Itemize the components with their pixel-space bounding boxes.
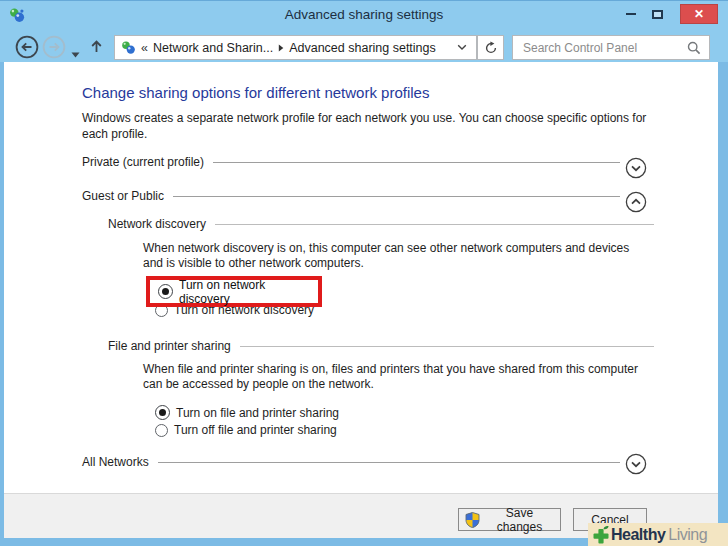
section-all-networks[interactable]: All Networks [82,452,620,472]
file-printer-description: When file and printer sharing is on, fil… [143,362,643,392]
save-changes-button[interactable]: Save changes [458,508,561,531]
titlebar: Advanced sharing settings ✕ [0,0,728,28]
radio-turn-on-network-discovery[interactable] [158,284,173,299]
subsection-network-discovery: Network discovery [108,214,654,234]
window-controls: ✕ [617,3,718,25]
section-private[interactable]: Private (current profile) [82,152,620,172]
main-content: Change sharing options for different net… [4,62,718,493]
divider [158,462,620,463]
search-box[interactable] [512,35,710,60]
divider [213,162,620,163]
close-button[interactable]: ✕ [680,4,718,24]
section-guest-public-label: Guest or Public [82,189,164,203]
watermark-bold-text: Healthy [611,526,665,544]
radio-turn-on-file-printer-label[interactable]: Turn on file and printer sharing [176,406,339,420]
divider [240,346,654,347]
breadcrumb-overflow[interactable]: « [141,41,148,55]
arrow-left-circle-icon [15,35,39,59]
radio-turn-off-file-printer[interactable] [155,424,168,437]
up-button[interactable] [89,39,105,55]
back-button[interactable] [15,35,39,59]
breadcrumb-separator-icon [278,44,284,52]
search-icon[interactable] [687,41,701,55]
chevron-down-icon [71,52,80,58]
highlight-annotation-box: Turn on network discovery [146,276,322,307]
radio-row-turn-off-file-printer[interactable]: Turn off file and printer sharing [155,423,337,437]
radio-turn-off-file-printer-label[interactable]: Turn off file and printer sharing [174,423,337,437]
address-bar[interactable]: « Network and Sharin... Advanced sharing… [114,35,477,60]
section-guest-public[interactable]: Guest or Public [82,186,620,206]
network-discovery-title: Network discovery [108,217,206,231]
minimize-button[interactable] [617,4,644,24]
search-input[interactable] [521,40,687,56]
chevron-down-icon [457,44,467,51]
network-discovery-description: When network discovery is on, this compu… [143,241,639,271]
forward-button[interactable] [42,35,66,59]
divider [215,224,654,225]
watermark-light-text: Living [668,526,707,544]
divider [173,196,620,197]
maximize-icon [652,10,663,19]
breadcrumb-icon [121,40,136,55]
close-icon: ✕ [694,7,704,21]
subsection-file-printer-sharing: File and printer sharing [108,336,654,356]
section-private-label: Private (current profile) [82,155,204,169]
breadcrumb-parent[interactable]: Network and Sharin... [153,41,273,55]
minimize-icon [626,13,636,15]
radio-row-turn-on-file-printer[interactable]: Turn on file and printer sharing [155,405,339,420]
chevron-up-circle-icon [625,191,647,213]
page-title: Change sharing options for different net… [82,84,429,101]
chevron-down-circle-icon [625,157,647,179]
healthy-living-watermark: Healthy Living [588,523,728,546]
breadcrumb-current[interactable]: Advanced sharing settings [289,41,436,55]
file-printer-sharing-title: File and printer sharing [108,339,231,353]
maximize-button[interactable] [644,4,671,24]
radio-turn-on-network-discovery-label[interactable]: Turn on network discovery [179,278,318,306]
arrow-up-icon [89,39,104,54]
chevron-down-circle-icon [625,453,647,475]
address-dropdown-button[interactable] [454,44,470,51]
collapse-guest-public-button[interactable] [625,191,647,213]
intro-text: Windows creates a separate network profi… [82,110,657,142]
expand-private-button[interactable] [625,157,647,179]
refresh-button[interactable] [477,35,504,60]
arrow-right-circle-icon [42,35,66,59]
uac-shield-icon [465,512,480,528]
section-all-networks-label: All Networks [82,455,149,469]
green-cross-leaf-icon [592,525,610,544]
radio-turn-on-file-printer[interactable] [155,405,170,420]
expand-all-networks-button[interactable] [625,453,647,475]
recent-pages-dropdown[interactable] [71,44,81,51]
refresh-icon [484,41,498,55]
save-changes-label: Save changes [485,506,554,534]
